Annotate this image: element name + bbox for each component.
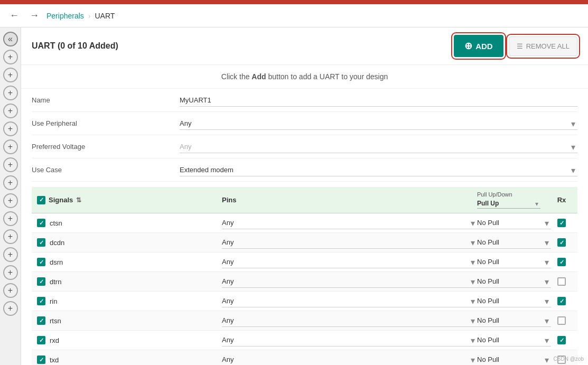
name-row: Name xyxy=(32,89,577,112)
use-case-label: Use Case xyxy=(32,161,180,179)
pull-val-select[interactable]: No Pull xyxy=(477,275,551,288)
content-header: UART (0 of 10 Added) ⊕ ADD ☰ REMOVE ALL xyxy=(21,27,588,65)
add-button[interactable]: ⊕ ADD xyxy=(454,35,503,57)
remove-all-button[interactable]: ☰ REMOVE ALL xyxy=(509,36,577,56)
signal-checkbox[interactable] xyxy=(37,355,45,364)
pull-val-select[interactable]: No Pull xyxy=(477,314,551,327)
signal-checkbox[interactable] xyxy=(37,316,45,325)
sidebar-item-5[interactable]: + xyxy=(3,121,18,136)
name-value xyxy=(180,92,577,109)
signal-rx-cell xyxy=(551,297,572,305)
pull-val-select[interactable]: No Pull xyxy=(477,256,551,268)
pin-select-wrapper: Any ▾ xyxy=(222,314,477,327)
use-case-select-wrapper: Extended modem ▾ xyxy=(180,164,577,176)
sidebar-item-13[interactable]: + xyxy=(3,265,18,280)
back-button[interactable]: ← xyxy=(6,8,22,23)
pin-select[interactable]: Any xyxy=(222,295,477,307)
pull-val-select[interactable]: No Pull xyxy=(477,353,551,365)
sidebar-item-6[interactable]: + xyxy=(3,139,18,154)
signal-name: rxd xyxy=(50,336,59,344)
rx-checkbox[interactable] xyxy=(557,219,566,227)
sidebar-collapse-btn[interactable]: « xyxy=(3,32,18,46)
pull-val-select-wrapper: No Pull ▾ xyxy=(477,334,551,347)
signal-pin-cell: Any ▾ xyxy=(222,295,477,307)
pull-val-select[interactable]: No Pull xyxy=(477,217,551,229)
sidebar-item-10[interactable]: + xyxy=(3,211,18,226)
signal-pull-cell: No Pull ▾ xyxy=(477,236,551,249)
signal-rx-cell xyxy=(551,277,572,286)
pull-val-select[interactable]: No Pull xyxy=(477,236,551,249)
signal-pin-cell: Any ▾ xyxy=(222,353,477,365)
table-row: dtrn Any ▾ No Pull ▾ xyxy=(32,272,577,292)
pin-select[interactable]: Any xyxy=(222,256,477,268)
rx-checkbox[interactable] xyxy=(557,277,566,286)
forward-button[interactable]: → xyxy=(26,8,42,23)
preferred-voltage-row: Preferred Voltage Any ▾ xyxy=(32,135,577,158)
sidebar-item-15[interactable]: + xyxy=(3,301,18,316)
pull-val-select-wrapper: No Pull ▾ xyxy=(477,236,551,249)
pin-select[interactable]: Any xyxy=(222,236,477,249)
sidebar-item-7[interactable]: + xyxy=(3,157,18,172)
sidebar-item-12[interactable]: + xyxy=(3,247,18,262)
pin-select-wrapper: Any ▾ xyxy=(222,236,477,249)
signal-rx-cell xyxy=(551,258,572,266)
sidebar-item-2[interactable]: + xyxy=(3,68,18,82)
use-case-select[interactable]: Extended modem xyxy=(180,164,577,176)
signal-name: ctsn xyxy=(50,219,62,227)
signal-pull-cell: No Pull ▾ xyxy=(477,353,551,365)
signal-checkbox[interactable] xyxy=(37,238,45,247)
top-bar xyxy=(0,0,588,4)
hint-prefix: Click the xyxy=(221,72,252,81)
signal-checkbox[interactable] xyxy=(37,297,45,305)
sidebar-item-11[interactable]: + xyxy=(3,229,18,244)
sidebar-item-3[interactable]: + xyxy=(3,86,18,100)
pull-val-select[interactable]: No Pull xyxy=(477,295,551,307)
pin-select[interactable]: Any xyxy=(222,334,477,347)
sidebar-item-9[interactable]: + xyxy=(3,193,18,208)
remove-all-icon: ☰ xyxy=(517,42,523,50)
signal-checkbox[interactable] xyxy=(37,258,45,266)
signal-checkbox[interactable] xyxy=(37,277,45,286)
pull-default-select[interactable]: Pull Up No Pull Pull Down xyxy=(477,199,540,209)
breadcrumb-root[interactable]: Peripherals xyxy=(46,12,84,20)
name-input[interactable] xyxy=(180,94,577,107)
rx-checkbox[interactable] xyxy=(557,238,566,247)
sidebar-item-4[interactable]: + xyxy=(3,104,18,118)
signal-name-cell: dtrn xyxy=(37,277,222,286)
sidebar-item-8[interactable]: + xyxy=(3,175,18,190)
signal-name-cell: dsrn xyxy=(37,258,222,266)
sort-icon[interactable]: ⇅ xyxy=(76,196,81,204)
signal-checkbox[interactable] xyxy=(37,219,45,227)
rx-checkbox[interactable] xyxy=(557,297,566,305)
pull-val-select-wrapper: No Pull ▾ xyxy=(477,275,551,288)
signal-name: txd xyxy=(50,356,59,364)
signals-all-checkbox[interactable] xyxy=(37,196,45,204)
signal-pull-cell: No Pull ▾ xyxy=(477,217,551,229)
use-peripheral-select[interactable]: Any xyxy=(180,117,577,130)
signals-header: Signals ⇅ Pins Pull Up/Down Pull Up No P… xyxy=(32,187,577,213)
signal-pin-cell: Any ▾ xyxy=(222,334,477,347)
pin-select[interactable]: Any xyxy=(222,314,477,327)
watermark: CSDN @zob xyxy=(554,356,584,362)
rx-checkbox[interactable] xyxy=(557,258,566,266)
signal-name-cell: dcdn xyxy=(37,238,222,247)
pin-select[interactable]: Any xyxy=(222,353,477,365)
rx-checkbox[interactable] xyxy=(557,336,566,344)
sidebar-item-1[interactable]: + xyxy=(3,50,18,64)
preferred-voltage-value: Any ▾ xyxy=(180,138,577,155)
pin-select[interactable]: Any xyxy=(222,217,477,229)
pin-select[interactable]: Any xyxy=(222,275,477,288)
table-row: txd Any ▾ No Pull ▾ xyxy=(32,350,577,365)
signal-rx-cell xyxy=(551,238,572,247)
table-row: ctsn Any ▾ No Pull ▾ xyxy=(32,213,577,233)
use-peripheral-value: Any ▾ xyxy=(180,115,577,132)
preferred-voltage-select[interactable]: Any xyxy=(180,141,577,153)
sidebar-item-14[interactable]: + xyxy=(3,283,18,298)
signal-rx-cell xyxy=(551,316,572,325)
form-section: Name Use Peripheral Any ▾ Preferr xyxy=(21,89,588,182)
pull-val-select-wrapper: No Pull ▾ xyxy=(477,353,551,365)
signal-checkbox[interactable] xyxy=(37,336,45,344)
rx-checkbox[interactable] xyxy=(557,316,566,325)
use-peripheral-row: Use Peripheral Any ▾ xyxy=(32,112,577,135)
pull-val-select[interactable]: No Pull xyxy=(477,334,551,347)
